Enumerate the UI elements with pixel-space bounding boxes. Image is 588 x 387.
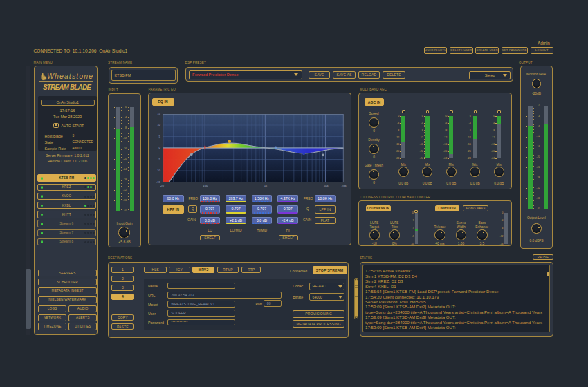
svg-text:STREAM BLADE: STREAM BLADE <box>43 84 91 91</box>
svg-text:Wheatstone: Wheatstone <box>47 72 93 80</box>
